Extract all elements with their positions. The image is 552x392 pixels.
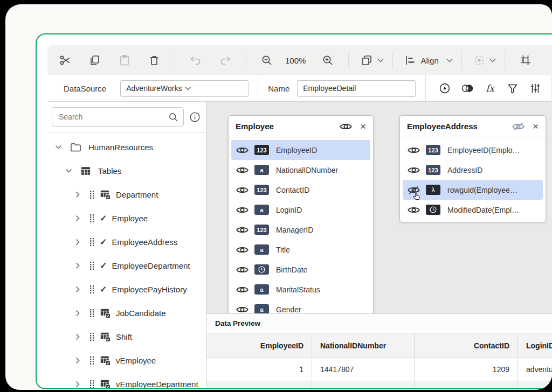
field-row[interactable]: BirthDate — [231, 260, 370, 279]
align-dropdown[interactable]: Align — [404, 54, 452, 66]
tree-table-employee[interactable]: ✓ Employee — [47, 206, 206, 230]
main-toolbar: 100% Align — [47, 45, 552, 75]
eye-icon[interactable] — [236, 246, 248, 254]
fit-frame-button[interactable] — [516, 51, 535, 69]
field-row[interactable]: 123 ManagerID — [231, 220, 370, 240]
eye-off-icon[interactable] — [408, 186, 419, 194]
tree-table-vemployeedepartment[interactable]: vEmployeeDepartment — [47, 372, 206, 388]
fx-icon: fx — [486, 83, 494, 94]
field-row[interactable]: 123 EmployeeID(Emplo… — [403, 140, 543, 160]
eye-icon[interactable] — [340, 122, 352, 131]
tree-table-department[interactable]: Department — [47, 183, 206, 206]
chevron-right-icon — [75, 262, 80, 269]
tree-table-employeedepartment[interactable]: ✓ EmployeeDepartment — [47, 254, 206, 277]
bar-separator — [425, 75, 426, 101]
funnel-icon — [507, 82, 519, 94]
drag-handle-icon[interactable] — [89, 190, 95, 199]
eye-icon[interactable] — [236, 146, 248, 155]
field-row[interactable]: ModifiedDate(Empl… — [403, 200, 543, 220]
delete-button[interactable] — [145, 51, 163, 69]
drag-handle-icon[interactable] — [89, 237, 95, 247]
tree-table-employeepayhistory[interactable]: ✓ EmployeePayHistory — [47, 277, 206, 301]
tree-node-humanresources[interactable]: HumanResources — [47, 135, 206, 159]
paste-button[interactable] — [115, 51, 134, 69]
drag-handle-icon[interactable] — [89, 285, 95, 294]
tree-table-shift[interactable]: Shift — [47, 325, 206, 348]
field-row[interactable]: a Title — [231, 240, 370, 260]
drag-handle-icon[interactable] — [89, 309, 95, 318]
number-type-badge: 123 — [254, 225, 269, 235]
number-type-badge: 123 — [426, 145, 440, 155]
column-header[interactable]: NationalIDNumber — [312, 333, 415, 358]
duplicate-dropdown[interactable] — [360, 54, 384, 67]
eye-icon[interactable] — [408, 166, 419, 174]
search-box — [52, 107, 184, 127]
run-query-button[interactable] — [438, 81, 452, 95]
eye-icon[interactable] — [236, 226, 248, 234]
column-header[interactable]: EmployeeID — [206, 333, 312, 358]
selection-mode-dropdown[interactable] — [473, 54, 496, 66]
column-header[interactable]: LoginID — [518, 333, 552, 358]
field-row[interactable]: λ rowguid(Employee… — [403, 180, 543, 200]
field-row[interactable]: 123 EmployeeID — [231, 140, 370, 160]
field-row[interactable]: 123 AddressID — [403, 160, 543, 180]
eye-icon[interactable] — [236, 186, 248, 194]
parameters-button[interactable] — [528, 81, 542, 95]
search-input[interactable] — [52, 108, 183, 126]
string-type-badge: a — [254, 205, 269, 215]
eye-icon[interactable] — [236, 305, 248, 314]
data-preview-title: Data Preview — [206, 314, 552, 333]
toolbar-separator — [175, 52, 175, 68]
tree-table-employeeaddress[interactable]: ✓ EmployeeAddress — [47, 230, 206, 254]
eye-icon[interactable] — [408, 206, 419, 214]
datasource-value: AdventureWorks — [126, 84, 184, 93]
drag-handle-icon[interactable] — [89, 332, 95, 341]
tree-node-tables[interactable]: Tables — [47, 159, 206, 183]
zoom-in-button[interactable] — [319, 51, 337, 69]
undo-icon — [189, 54, 202, 67]
tree-table-label: EmployeeAddress — [112, 237, 177, 247]
drag-handle-icon[interactable] — [89, 380, 95, 389]
copy-button[interactable] — [86, 51, 104, 69]
drag-handle-icon[interactable] — [89, 356, 95, 365]
copy-icon — [88, 54, 101, 67]
chevron-right-icon — [75, 310, 80, 317]
eye-off-icon[interactable] — [512, 122, 525, 131]
tree-table-vemployee[interactable]: vEmployee — [47, 348, 206, 372]
eye-icon[interactable] — [236, 166, 248, 174]
join-editor-button[interactable] — [460, 81, 474, 95]
zoom-out-button[interactable] — [258, 51, 276, 69]
info-icon[interactable] — [189, 111, 201, 123]
close-icon[interactable]: × — [360, 121, 366, 131]
redo-button[interactable] — [216, 51, 234, 69]
field-row[interactable]: a NationalIDNumber — [231, 160, 370, 180]
table-card-employee[interactable]: Employee × 123 EmployeeID — [228, 115, 374, 317]
table-card-employeeaddress[interactable]: EmployeeAddress × 123 EmployeeID(Emplo… — [399, 115, 546, 222]
zoom-in-icon — [321, 54, 334, 67]
tree-table-label: EmployeeDepartment — [112, 261, 190, 270]
eye-icon[interactable] — [236, 285, 248, 294]
eye-icon[interactable] — [236, 206, 248, 214]
drag-handle-icon[interactable] — [89, 214, 95, 223]
eye-icon[interactable] — [236, 265, 248, 274]
field-row[interactable]: 123 ContactID — [231, 180, 370, 200]
field-row[interactable]: a LoginID — [231, 200, 370, 220]
cut-button[interactable] — [56, 51, 74, 69]
tree-table-label: EmployeePayHistory — [112, 285, 187, 294]
expression-button[interactable]: fx — [483, 81, 497, 95]
column-header[interactable]: ContactID — [415, 333, 518, 358]
query-name-input[interactable] — [297, 80, 416, 97]
undo-button[interactable] — [187, 51, 205, 69]
table-card-title: Employee — [236, 122, 340, 131]
drag-handle-icon[interactable] — [89, 261, 95, 270]
field-row[interactable]: a MaritalStatus — [231, 279, 370, 299]
datasource-select[interactable]: AdventureWorks — [120, 80, 249, 97]
close-icon[interactable]: × — [533, 121, 539, 131]
data-preview-header-row: EmployeeID NationalIDNumber ContactID Lo… — [206, 333, 552, 358]
check-icon: ✓ — [100, 261, 107, 271]
field-name: EmployeeID(Emplo… — [447, 146, 520, 155]
eye-icon[interactable] — [408, 146, 419, 155]
tree-table-jobcandidate[interactable]: JobCandidate — [47, 301, 206, 325]
main-area: HumanResources Tables Departme — [47, 102, 552, 388]
filter-button[interactable] — [506, 81, 520, 95]
